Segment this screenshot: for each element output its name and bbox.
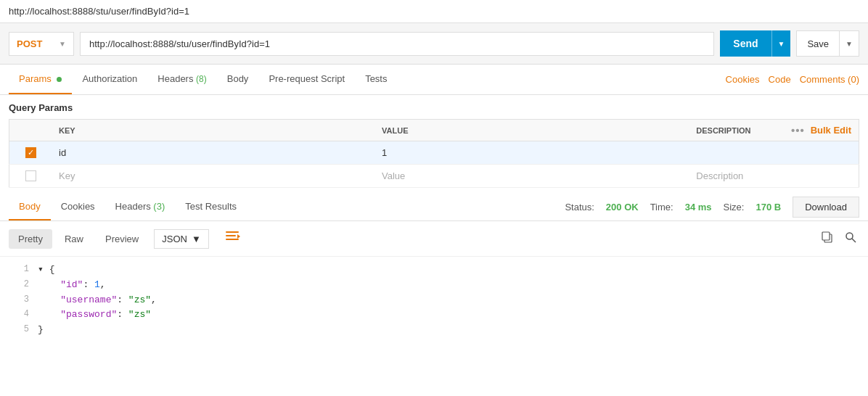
tabs-right: Cookies Code Comments (0) <box>726 74 859 85</box>
row1-check-cell <box>9 141 52 165</box>
code-line-3: 3 "username": "zs", <box>9 293 859 308</box>
svg-rect-1 <box>226 235 236 236</box>
download-button[interactable]: Download <box>793 197 859 218</box>
response-tab-test-results[interactable]: Test Results <box>175 194 247 220</box>
search-button[interactable] <box>842 228 859 249</box>
cookies-link[interactable]: Cookies <box>726 74 760 85</box>
query-params-title: Query Params <box>9 102 859 113</box>
response-format-bar: Pretty Raw Preview JSON ▼ <box>0 221 868 257</box>
code-line-5: 5 } <box>9 323 859 338</box>
tabs-left: Params Authorization Headers (8) Body Pr… <box>9 65 726 94</box>
response-tabs-bar: Body Cookies Headers (3) Test Results St… <box>0 194 868 221</box>
top-url-display: http://localhost:8888/stu/user/findById?… <box>0 0 868 23</box>
row2-checkbox[interactable] <box>25 170 36 181</box>
response-tabs-left: Body Cookies Headers (3) Test Results <box>9 194 565 220</box>
row1-checkbox[interactable] <box>25 147 36 158</box>
tab-body[interactable]: Body <box>217 65 259 94</box>
url-input[interactable] <box>80 32 714 56</box>
status-value: 200 OK <box>606 202 639 213</box>
size-label: Size: <box>724 202 745 213</box>
col-check-header <box>9 120 52 141</box>
col-desc-header: DESCRIPTION ••• Bulk Edit <box>689 120 859 141</box>
more-options-icon[interactable]: ••• <box>791 124 805 136</box>
tab-params[interactable]: Params <box>9 65 72 94</box>
copy-button[interactable] <box>819 228 836 249</box>
svg-rect-2 <box>226 239 239 240</box>
top-url-text: http://localhost:8888/stu/user/findById?… <box>9 6 189 17</box>
format-type-select[interactable]: JSON ▼ <box>154 229 209 249</box>
time-label: Time: <box>650 202 673 213</box>
request-bar: POST ▼ Send ▼ Save ▼ <box>0 23 868 65</box>
tab-tests[interactable]: Tests <box>355 65 397 94</box>
response-status-bar: Status: 200 OK Time: 34 ms Size: 170 B D… <box>565 197 859 218</box>
send-main[interactable]: Send <box>720 30 771 57</box>
size-value: 170 B <box>756 202 781 213</box>
params-table: KEY VALUE DESCRIPTION ••• Bulk Edit <box>9 119 859 188</box>
tab-authorization[interactable]: Authorization <box>72 65 147 94</box>
row2-desc-cell[interactable]: Description <box>689 165 859 188</box>
tab-pre-request-script[interactable]: Pre-request Script <box>258 65 355 94</box>
format-pretty-button[interactable]: Pretty <box>9 229 52 249</box>
col-key-header: KEY <box>52 120 374 141</box>
status-label: Status: <box>565 202 594 213</box>
row2-key-cell[interactable]: Key <box>52 165 374 188</box>
format-preview-button[interactable]: Preview <box>96 229 148 249</box>
svg-line-7 <box>852 239 856 242</box>
code-line-4: 4 "password": "zs" <box>9 308 859 323</box>
col-value-header: VALUE <box>374 120 689 141</box>
format-chevron-icon: ▼ <box>192 234 201 244</box>
svg-marker-3 <box>237 234 240 239</box>
table-row: id 1 <box>9 141 859 165</box>
row1-key-cell[interactable]: id <box>52 141 374 165</box>
svg-rect-0 <box>226 231 239 233</box>
code-line-1: 1 ▾ { <box>9 263 859 278</box>
response-tab-cookies[interactable]: Cookies <box>51 194 105 220</box>
format-raw-button[interactable]: Raw <box>55 229 93 249</box>
comments-link[interactable]: Comments (0) <box>800 74 859 85</box>
code-line-2: 2 "id": 1, <box>9 278 859 293</box>
send-button[interactable]: Send ▼ <box>720 30 790 57</box>
svg-point-6 <box>846 233 853 239</box>
table-row: Key Value Description <box>9 165 859 188</box>
format-type-label: JSON <box>162 234 187 244</box>
row2-value-cell[interactable]: Value <box>374 165 689 188</box>
method-chevron-icon: ▼ <box>59 40 66 48</box>
response-tab-headers[interactable]: Headers (3) <box>105 194 176 220</box>
bulk-edit-button[interactable]: Bulk Edit <box>811 125 851 136</box>
save-dropdown-icon[interactable]: ▼ <box>839 31 859 56</box>
wrap-button[interactable] <box>218 227 248 250</box>
time-value: 34 ms <box>685 202 712 213</box>
svg-rect-5 <box>822 232 830 240</box>
tabs-bar: Params Authorization Headers (8) Body Pr… <box>0 65 868 95</box>
format-icons-right <box>819 228 859 249</box>
method-label: POST <box>17 38 42 49</box>
query-params-section: Query Params KEY VALUE DESCRIPTION ••• B… <box>0 95 868 188</box>
row1-value-cell[interactable]: 1 <box>374 141 689 165</box>
params-dot-icon <box>57 77 62 82</box>
code-link[interactable]: Code <box>769 74 791 85</box>
row2-check-cell <box>9 165 52 188</box>
send-label: Send <box>733 38 758 49</box>
tab-headers[interactable]: Headers (8) <box>147 65 216 94</box>
method-select[interactable]: POST ▼ <box>9 32 74 56</box>
response-body: 1 ▾ { 2 "id": 1, 3 "username": "zs", 4 "… <box>0 257 868 344</box>
save-button[interactable]: Save ▼ <box>796 30 859 57</box>
send-dropdown-icon[interactable]: ▼ <box>771 30 791 57</box>
save-label: Save <box>807 38 829 49</box>
response-tab-body[interactable]: Body <box>9 194 51 220</box>
row1-desc-cell[interactable] <box>689 141 859 165</box>
